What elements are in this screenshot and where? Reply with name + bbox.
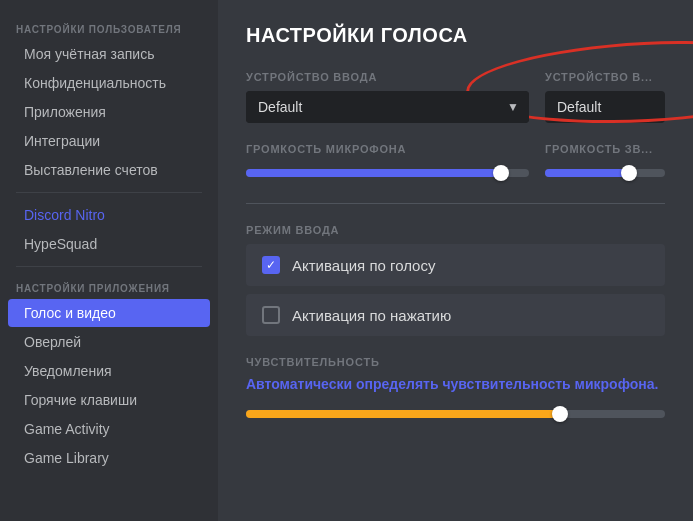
- output-device-label: УСТРОЙСТВО В...: [545, 71, 665, 83]
- mic-volume-section: ГРОМКОСТЬ МИКРОФОНА ГРОМКОСТЬ ЗВ...: [246, 143, 665, 183]
- main-content: НАСТРОЙКИ ГОЛОСА УСТРОЙСТВО ВВОДА Defaul…: [218, 0, 693, 521]
- sidebar-section-app: НАСТРОЙКИ ПРИЛОЖЕНИЯ: [0, 275, 218, 298]
- output-volume-label: ГРОМКОСТЬ ЗВ...: [545, 143, 665, 155]
- mic-volume-fill: [246, 169, 501, 177]
- sidebar-divider-1: [16, 192, 202, 193]
- sidebar-item-apps[interactable]: Приложения: [8, 98, 210, 126]
- sensitivity-label: ЧУВСТВИТЕЛЬНОСТЬ: [246, 356, 665, 368]
- mic-volume-thumb[interactable]: [493, 165, 509, 181]
- sidebar-item-privacy[interactable]: Конфиденциальность: [8, 69, 210, 97]
- sensitivity-track: [246, 410, 665, 418]
- sensitivity-slider[interactable]: [246, 404, 665, 424]
- output-device-col: УСТРОЙСТВО В... Default: [545, 71, 665, 123]
- output-volume-thumb[interactable]: [621, 165, 637, 181]
- sidebar-item-billing[interactable]: Выставление счетов: [8, 156, 210, 184]
- output-volume-slider[interactable]: [545, 163, 665, 183]
- output-volume-track: [545, 169, 665, 177]
- mode-section: РЕЖИМ ВВОДА ✓ Активация по голосу Актива…: [246, 224, 665, 336]
- sidebar-item-game-activity[interactable]: Game Activity: [8, 415, 210, 443]
- sidebar-item-hypesquad[interactable]: HypeSquad: [8, 230, 210, 258]
- ptt-checkbox[interactable]: [262, 306, 280, 324]
- sidebar-item-game-library[interactable]: Game Library: [8, 444, 210, 472]
- input-device-select-wrapper[interactable]: Default ▼: [246, 91, 529, 123]
- mic-volume-slider[interactable]: [246, 163, 529, 183]
- sidebar-divider-2: [16, 266, 202, 267]
- sidebar-item-integrations[interactable]: Интеграции: [8, 127, 210, 155]
- sensitivity-fill: [246, 410, 560, 418]
- checkmark-icon: ✓: [266, 258, 276, 272]
- mode-label: РЕЖИМ ВВОДА: [246, 224, 665, 236]
- sidebar-item-overlay[interactable]: Оверлей: [8, 328, 210, 356]
- sidebar: НАСТРОЙКИ ПОЛЬЗОВАТЕЛЯ Моя учётная запис…: [0, 0, 218, 521]
- page-title: НАСТРОЙКИ ГОЛОСА: [246, 24, 665, 47]
- output-device-value: Default: [545, 91, 665, 123]
- sidebar-section-user: НАСТРОЙКИ ПОЛЬЗОВАТЕЛЯ: [0, 16, 218, 39]
- sidebar-item-keybinds[interactable]: Горячие клавиши: [8, 386, 210, 414]
- mic-volume-label: ГРОМКОСТЬ МИКРОФОНА: [246, 143, 529, 155]
- input-device-col: УСТРОЙСТВО ВВОДА Default ▼: [246, 71, 529, 123]
- vad-label: Активация по голосу: [292, 257, 435, 274]
- sensitivity-section: ЧУВСТВИТЕЛЬНОСТЬ Автоматически определят…: [246, 356, 665, 424]
- sensitivity-desc: Автоматически определять чувствительност…: [246, 376, 665, 392]
- input-device-select[interactable]: Default: [246, 91, 529, 123]
- sensitivity-thumb[interactable]: [552, 406, 568, 422]
- sidebar-item-account[interactable]: Моя учётная запись: [8, 40, 210, 68]
- input-device-label: УСТРОЙСТВО ВВОДА: [246, 71, 529, 83]
- ptt-label: Активация по нажатию: [292, 307, 451, 324]
- ptt-option[interactable]: Активация по нажатию: [246, 294, 665, 336]
- output-volume-fill: [545, 169, 629, 177]
- divider-1: [246, 203, 665, 204]
- mic-volume-track: [246, 169, 529, 177]
- vad-option[interactable]: ✓ Активация по голосу: [246, 244, 665, 286]
- sidebar-item-voice[interactable]: Голос и видео: [8, 299, 210, 327]
- sidebar-item-notifications[interactable]: Уведомления: [8, 357, 210, 385]
- vad-checkbox[interactable]: ✓: [262, 256, 280, 274]
- sidebar-item-nitro[interactable]: Discord Nitro: [8, 201, 210, 229]
- device-row: УСТРОЙСТВО ВВОДА Default ▼ УСТРОЙСТВО В.…: [246, 71, 665, 123]
